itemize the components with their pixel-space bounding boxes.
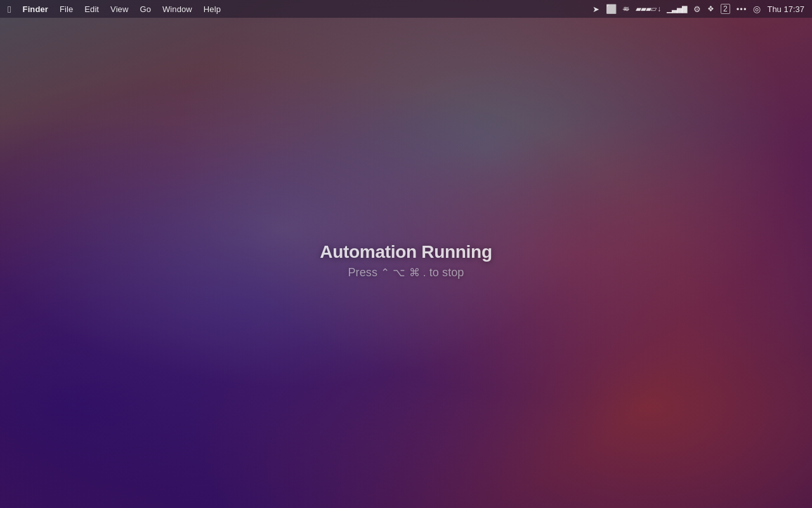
menubar-left:  Finder File Edit View Go Window Help: [8, 4, 221, 15]
audio-icon: ≋: [623, 4, 629, 13]
key-alt: ⌥: [393, 267, 405, 279]
automation-subtitle: Press ⌃ ⌥ ⌘ . to stop: [348, 266, 464, 279]
subtitle-prefix: Press: [348, 266, 378, 279]
more-icon[interactable]: •••: [737, 4, 747, 14]
user-icon[interactable]: ◎: [753, 4, 761, 14]
battery-icon: ▰▰▰▱ ↓: [636, 4, 660, 13]
dropbox-icon: ❖: [707, 4, 714, 13]
view-menu[interactable]: View: [110, 4, 128, 14]
datetime-display: Thu 17:37: [767, 4, 804, 14]
automation-overlay: Automation Running Press ⌃ ⌥ ⌘ . to stop: [320, 242, 492, 279]
finder-menu[interactable]: Finder: [23, 4, 48, 14]
window-menu[interactable]: Window: [162, 4, 192, 14]
signal-icon: ▁▃▅▇: [667, 5, 687, 13]
menubar-right: ➤ ⬜ ≋ ▰▰▰▱ ↓ ▁▃▅▇ ⚙ ❖ 2 ••• ◎ Thu 17:37: [593, 4, 804, 14]
screen-record-icon: ⬜: [606, 4, 617, 14]
go-menu[interactable]: Go: [140, 4, 151, 14]
help-menu[interactable]: Help: [204, 4, 221, 14]
apple-menu[interactable]: : [8, 4, 11, 15]
calendar-icon: 2: [721, 4, 730, 14]
location-icon: ➤: [593, 4, 599, 14]
key-period: .: [423, 267, 426, 279]
server-icon: ⚙: [693, 4, 701, 14]
file-menu[interactable]: File: [60, 4, 73, 14]
key-cmd: ⌘: [409, 267, 420, 279]
desktop:  Finder File Edit View Go Window Help ➤…: [0, 0, 812, 508]
subtitle-suffix: to stop: [429, 266, 464, 279]
automation-title: Automation Running: [320, 242, 492, 262]
key-ctrl: ⌃: [381, 267, 390, 279]
edit-menu[interactable]: Edit: [84, 4, 99, 14]
menubar:  Finder File Edit View Go Window Help ➤…: [0, 0, 812, 18]
